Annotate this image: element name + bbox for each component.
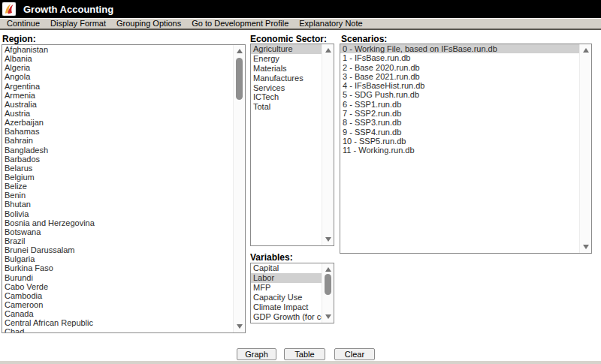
economic-sector-option[interactable]: ICTech (251, 92, 322, 102)
scenario-option[interactable]: 9 - SSP4.run.db (340, 128, 579, 137)
scroll-up-icon[interactable] (237, 49, 243, 53)
scenarios-listbox: 0 - Working File, based on IFsBase.run.d… (340, 44, 592, 254)
region-scrollbar[interactable] (233, 45, 245, 332)
scroll-down-icon[interactable] (325, 314, 331, 319)
scenarios-scrollbar[interactable] (579, 44, 591, 253)
clear-button[interactable]: Clear (334, 348, 375, 360)
region-option[interactable]: Bosnia and Herzegovina (2, 218, 233, 227)
region-option[interactable]: Canada (2, 309, 233, 318)
economic-sector-listbox: AgricultureEnergyMaterialsManufacturesSe… (250, 44, 334, 246)
region-option[interactable]: Brunei Darussalam (2, 245, 233, 254)
scenario-option[interactable]: 8 - SSP3.run.db (340, 118, 579, 127)
scenario-option[interactable]: 3 - Base 2021.run.db (340, 72, 579, 81)
scroll-thumb[interactable] (325, 274, 331, 295)
region-option[interactable]: Cabo Verde (2, 282, 233, 291)
economic-sector-option[interactable]: Agriculture (251, 44, 322, 54)
scroll-up-icon[interactable] (325, 267, 331, 272)
region-option[interactable]: Central African Republic (2, 318, 233, 327)
region-option[interactable]: Belarus (2, 164, 233, 173)
variables-scrollbar[interactable] (322, 263, 334, 323)
variable-option[interactable]: Capacity Use (251, 293, 322, 302)
region-option[interactable]: Angola (2, 72, 233, 81)
region-option[interactable]: Burundi (2, 273, 233, 282)
region-listbox: AfghanistanAlbaniaAlgeriaAngolaArgentina… (2, 44, 246, 333)
region-option[interactable]: Cameroon (2, 300, 233, 309)
region-option[interactable]: Australia (2, 100, 233, 109)
scroll-thumb[interactable] (236, 58, 243, 100)
scenario-option[interactable]: 4 - IFsBaseHist.run.db (340, 81, 579, 90)
region-option[interactable]: Bhutan (2, 200, 233, 209)
region-option[interactable]: Bulgaria (2, 254, 233, 263)
scroll-up-icon[interactable] (325, 48, 331, 53)
scenario-option[interactable]: 2 - Base 2020.run.db (340, 63, 579, 72)
scenarios-list: 0 - Working File, based on IFsBase.run.d… (340, 44, 579, 253)
region-option[interactable]: Bolivia (2, 209, 233, 218)
bottom-edge-strip (0, 361, 601, 364)
variable-option[interactable]: Capital (251, 263, 322, 273)
economic-sector-label: Economic Sector: (250, 34, 327, 44)
variables-listbox: CapitalLaborMFPCapacity UseClimate Impac… (250, 263, 334, 323)
region-list: AfghanistanAlbaniaAlgeriaAngolaArgentina… (2, 45, 233, 332)
economic-sector-option[interactable]: Total (251, 102, 322, 112)
scroll-down-icon[interactable] (325, 237, 331, 242)
scenario-option[interactable]: 5 - SDG Push.run.db (340, 90, 579, 99)
region-option[interactable]: Botswana (2, 227, 233, 236)
menu-item[interactable]: Grouping Options (111, 18, 186, 29)
variable-option[interactable]: Labor (251, 273, 322, 283)
region-option[interactable]: Burkina Faso (2, 263, 233, 272)
variable-option[interactable]: Climate Impact (251, 302, 322, 312)
ifs-logo-icon (2, 2, 16, 16)
scroll-up-icon[interactable] (583, 48, 589, 53)
variables-list: CapitalLaborMFPCapacity UseClimate Impac… (251, 263, 322, 323)
menu-item[interactable]: Continue (2, 18, 45, 29)
economic-sector-option[interactable]: Energy (251, 54, 322, 64)
scenario-option[interactable]: 11 - Working.run.db (340, 146, 579, 155)
menu-item[interactable]: Go to Development Profile (186, 18, 294, 29)
region-option[interactable]: Armenia (2, 91, 233, 100)
scenarios-label: Scenarios: (341, 34, 387, 44)
economic-sector-scrollbar[interactable] (322, 44, 334, 245)
region-option[interactable]: Cambodia (2, 291, 233, 300)
menu-item[interactable]: Explanatory Note (294, 18, 367, 29)
region-option[interactable]: Austria (2, 109, 233, 118)
region-option[interactable]: Barbados (2, 155, 233, 164)
region-option[interactable]: Chad (2, 327, 233, 332)
scenario-option[interactable]: 6 - SSP1.run.db (340, 100, 579, 109)
table-button[interactable]: Table (284, 348, 325, 360)
region-option[interactable]: Azerbaijan (2, 118, 233, 127)
region-label: Region: (2, 34, 36, 44)
scenario-option[interactable]: 0 - Working File, based on IFsBase.run.d… (340, 44, 579, 53)
region-option[interactable]: Afghanistan (2, 45, 233, 54)
window-title: Growth Accounting (23, 4, 113, 15)
region-option[interactable]: Bangladesh (2, 146, 233, 155)
variable-option[interactable]: MFP (251, 283, 322, 293)
region-option[interactable]: Benin (2, 191, 233, 200)
economic-sector-option[interactable]: Manufactures (251, 74, 322, 83)
region-option[interactable]: Algeria (2, 63, 233, 72)
graph-button[interactable]: Graph (237, 348, 276, 360)
window-titlebar: Growth Accounting (0, 0, 601, 18)
scenario-option[interactable]: 7 - SSP2.run.db (340, 109, 579, 118)
economic-sector-option[interactable]: Materials (251, 64, 322, 74)
menu-bar: ContinueDisplay FormatGrouping OptionsGo… (0, 18, 601, 30)
economic-sector-option[interactable]: Services (251, 83, 322, 93)
menu-item[interactable]: Display Format (45, 18, 111, 29)
region-option[interactable]: Belgium (2, 173, 233, 182)
scroll-down-icon[interactable] (237, 324, 243, 329)
economic-sector-list: AgricultureEnergyMaterialsManufacturesSe… (251, 44, 322, 245)
region-option[interactable]: Albania (2, 54, 233, 63)
region-option[interactable]: Bahrain (2, 136, 233, 145)
region-option[interactable]: Brazil (2, 236, 233, 245)
scenario-option[interactable]: 1 - IFsBase.run.db (340, 53, 579, 62)
variables-label: Variables: (250, 252, 293, 263)
scenario-option[interactable]: 10 - SSP5.run.db (340, 137, 579, 146)
region-option[interactable]: Argentina (2, 82, 233, 91)
region-option[interactable]: Bahamas (2, 127, 233, 136)
variable-option[interactable]: GDP Growth (for compar (251, 312, 322, 322)
scroll-down-icon[interactable] (583, 245, 589, 249)
region-option[interactable]: Belize (2, 182, 233, 191)
